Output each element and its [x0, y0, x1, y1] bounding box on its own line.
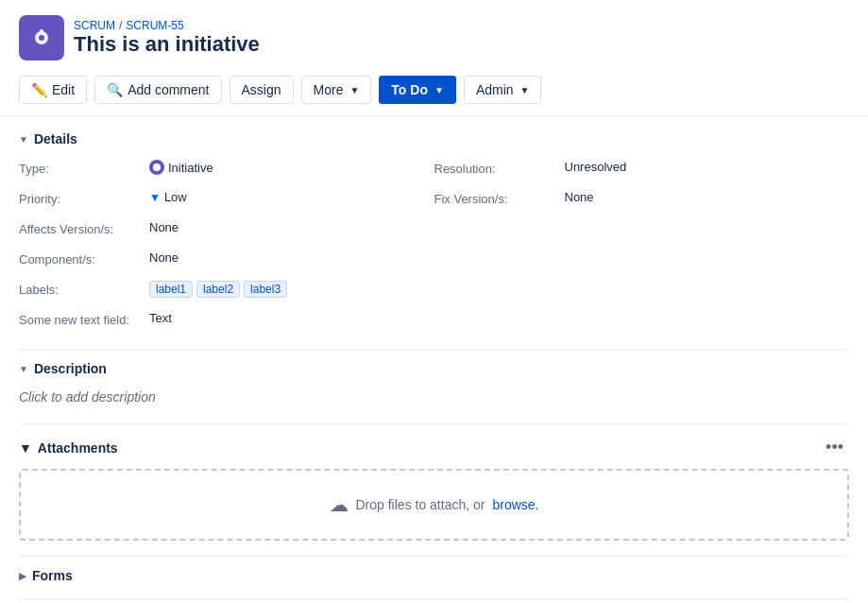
labels-value: label1 label2 label3 [149, 281, 287, 298]
description-section-header[interactable]: ▼ Description [19, 361, 849, 376]
custom-field-label: Some new text field: [19, 311, 142, 327]
fix-version-value: None [565, 190, 594, 204]
app-icon [19, 15, 64, 60]
details-section: ▼ Details Type: Initiative Priority: [19, 131, 849, 334]
edit-button[interactable]: ✏️ Edit [19, 76, 87, 104]
upload-icon: ☁ [330, 493, 349, 516]
svg-point-2 [39, 35, 44, 41]
breadcrumb-issue[interactable]: SCRUM-55 [126, 19, 183, 32]
svg-point-3 [40, 29, 43, 33]
labels-label: Labels: [19, 281, 142, 297]
description-section-label: Description [34, 361, 107, 376]
label-badge-1[interactable]: label1 [149, 281, 193, 298]
type-label: Type: [19, 160, 142, 176]
drop-zone[interactable]: ☁ Drop files to attach, or browse. [19, 469, 849, 541]
details-section-header[interactable]: ▼ Details [19, 131, 849, 146]
forms-section-label: Forms [32, 568, 73, 583]
forms-section: ▶ Forms [19, 568, 849, 583]
description-chevron-icon: ▼ [19, 364, 28, 374]
breadcrumb: SCRUM / SCRUM-55 [74, 19, 260, 32]
more-button[interactable]: More ▼ [301, 76, 372, 104]
affects-version-label: Affects Version/s: [19, 220, 142, 236]
browse-link[interactable]: browse. [492, 497, 538, 512]
affects-version-value: None [149, 220, 179, 234]
components-value: None [149, 250, 179, 265]
admin-dropdown-arrow: ▼ [520, 85, 530, 95]
custom-field-value: Text [149, 311, 172, 325]
attachments-section-header[interactable]: ▼ Attachments [19, 440, 118, 456]
resolution-label: Resolution: [434, 160, 557, 176]
fix-version-label: Fix Version/s: [434, 190, 557, 206]
attachments-more-button[interactable]: ••• [820, 436, 849, 459]
drop-text: Drop files to attach, or [356, 497, 485, 512]
status-dropdown-arrow: ▼ [434, 85, 444, 95]
breadcrumb-separator: / [119, 19, 122, 32]
details-chevron-icon: ▼ [19, 134, 28, 145]
admin-button[interactable]: Admin ▼ [464, 76, 542, 104]
comment-icon: 🔍 [107, 82, 123, 97]
type-value: Initiative [149, 160, 213, 175]
priority-icon: ▼ [149, 191, 161, 204]
priority-label: Priority: [19, 190, 142, 206]
resolution-value: Unresolved [565, 160, 627, 174]
assign-button[interactable]: Assign [230, 76, 294, 104]
components-label: Component/s: [19, 250, 142, 267]
breadcrumb-project[interactable]: SCRUM [74, 19, 115, 32]
priority-value: ▼ Low [149, 190, 187, 204]
forms-chevron-icon: ▶ [19, 571, 26, 581]
label-badge-3[interactable]: label3 [244, 281, 287, 298]
description-placeholder[interactable]: Click to add description [19, 386, 849, 408]
more-dropdown-arrow: ▼ [349, 85, 359, 95]
label-badge-2[interactable]: label2 [196, 281, 240, 298]
toolbar: ✏️ Edit 🔍 Add comment Assign More ▼ To D… [0, 68, 868, 116]
description-section: ▼ Description Click to add description [19, 361, 849, 408]
initiative-icon [149, 160, 164, 175]
attachments-chevron-icon: ▼ [19, 440, 32, 456]
attachments-section: ▼ Attachments ••• ☁ Drop files to attach… [19, 436, 849, 541]
page-title: This is an initiative [74, 32, 260, 57]
edit-icon: ✏️ [31, 82, 47, 97]
svg-point-4 [153, 164, 161, 171]
details-section-label: Details [34, 131, 77, 146]
status-button[interactable]: To Do ▼ [379, 76, 456, 104]
forms-section-header[interactable]: ▶ Forms [19, 568, 849, 583]
add-comment-button[interactable]: 🔍 Add comment [94, 76, 221, 104]
attachments-section-label: Attachments [38, 440, 118, 456]
